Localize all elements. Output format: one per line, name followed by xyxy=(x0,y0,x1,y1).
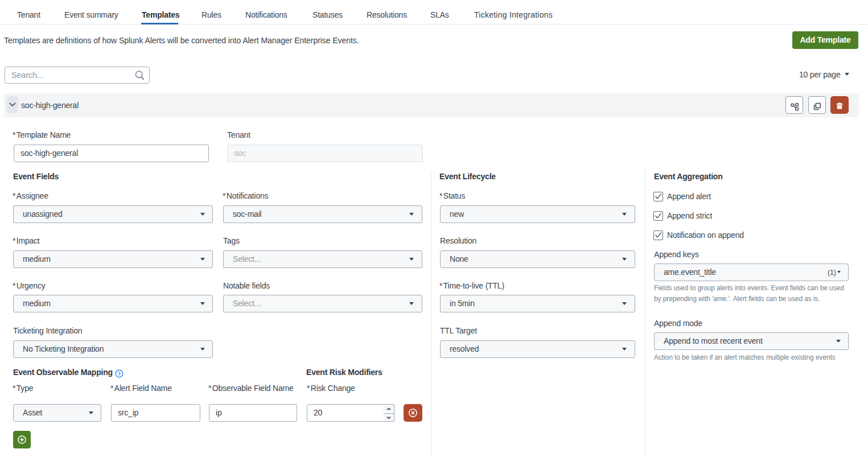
svg-text:?: ? xyxy=(118,370,121,377)
